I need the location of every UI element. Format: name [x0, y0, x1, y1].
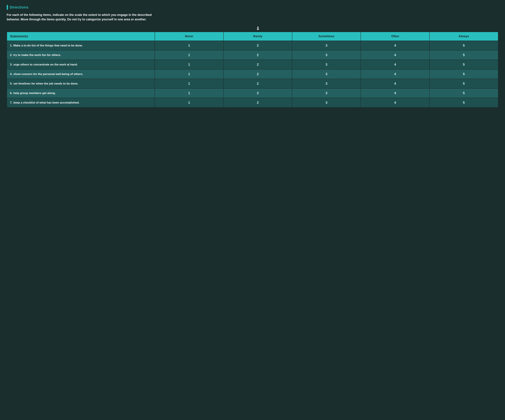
rarely-cell[interactable]: 2	[223, 60, 292, 69]
item-number: 1.	[10, 44, 12, 47]
often-cell[interactable]: 4	[361, 98, 429, 107]
sometimes-cell[interactable]: 3	[292, 60, 361, 69]
header-sometimes: Sometimes	[292, 32, 361, 41]
always-cell[interactable]: 5	[429, 98, 498, 107]
rarely-cell[interactable]: 2	[223, 50, 292, 60]
table-row[interactable]: 6.help group members get along.12345	[7, 88, 498, 98]
often-cell[interactable]: 4	[361, 60, 429, 69]
directions-bar	[7, 5, 8, 10]
never-cell[interactable]: 1	[155, 60, 223, 69]
rarely-cell[interactable]: 2	[223, 79, 292, 88]
header-statements: Statements	[7, 32, 155, 41]
header-never: Never	[155, 32, 223, 41]
never-cell[interactable]: 1	[155, 50, 223, 60]
often-cell[interactable]: 4	[361, 41, 429, 50]
table-row[interactable]: 7.keep a checklist of what has been acco…	[7, 98, 498, 107]
survey-table-container: ⇩ Statements Never Rarely Sometimes Ofte…	[7, 26, 498, 107]
table-row[interactable]: 2.try to make the work fun for others.12…	[7, 50, 498, 60]
always-cell[interactable]: 5	[429, 79, 498, 88]
statement-cell: 5.set timelines for when the job needs t…	[7, 79, 155, 88]
rarely-cell[interactable]: 2	[223, 41, 292, 50]
sometimes-cell[interactable]: 3	[292, 88, 361, 98]
instructions-text: For each of the following items, indicat…	[7, 13, 174, 22]
always-cell[interactable]: 5	[429, 60, 498, 69]
table-row[interactable]: 1.Make a to-do list of the things that n…	[7, 41, 498, 50]
table-body: 1.Make a to-do list of the things that n…	[7, 41, 498, 107]
rarely-cell[interactable]: 2	[223, 98, 292, 107]
table-row[interactable]: 4.show concern for the personal well-bei…	[7, 69, 498, 79]
rarely-arrow: ⇩	[223, 26, 292, 31]
often-cell[interactable]: 4	[361, 69, 429, 79]
never-cell[interactable]: 1	[155, 88, 223, 98]
rarely-cell[interactable]: 2	[223, 69, 292, 79]
statement-cell: 1.Make a to-do list of the things that n…	[7, 41, 155, 50]
survey-table: ⇩ Statements Never Rarely Sometimes Ofte…	[7, 26, 498, 107]
header-always: Always	[429, 32, 498, 41]
item-number: 7.	[10, 101, 12, 104]
directions-header: Directions	[7, 5, 498, 10]
statement-cell: 4.show concern for the personal well-bei…	[7, 69, 155, 79]
sometimes-cell[interactable]: 3	[292, 50, 361, 60]
always-cell[interactable]: 5	[429, 88, 498, 98]
never-cell[interactable]: 1	[155, 69, 223, 79]
directions-title: Directions	[10, 5, 29, 10]
table-header-row: Statements Never Rarely Sometimes Often …	[7, 32, 498, 41]
often-cell[interactable]: 4	[361, 79, 429, 88]
table-row[interactable]: 5.set timelines for when the job needs t…	[7, 79, 498, 88]
arrow-indicator-row: ⇩	[7, 26, 498, 32]
always-cell[interactable]: 5	[429, 69, 498, 79]
often-cell[interactable]: 4	[361, 88, 429, 98]
never-cell[interactable]: 1	[155, 79, 223, 88]
header-often: Often	[361, 32, 429, 41]
item-number: 3.	[10, 63, 12, 66]
sometimes-cell[interactable]: 3	[292, 79, 361, 88]
sometimes-cell[interactable]: 3	[292, 69, 361, 79]
always-cell[interactable]: 5	[429, 41, 498, 50]
item-number: 5.	[10, 82, 12, 85]
sometimes-cell[interactable]: 3	[292, 98, 361, 107]
never-cell[interactable]: 1	[155, 41, 223, 50]
sometimes-cell[interactable]: 3	[292, 41, 361, 50]
header-rarely: Rarely	[223, 32, 292, 41]
item-number: 4.	[10, 72, 12, 76]
never-cell[interactable]: 1	[155, 98, 223, 107]
item-number: 2.	[10, 53, 12, 57]
statement-cell: 3.urge others to concentrate on the work…	[7, 60, 155, 69]
rarely-cell[interactable]: 2	[223, 88, 292, 98]
item-number: 6.	[10, 92, 12, 95]
statement-cell: 6.help group members get along.	[7, 88, 155, 98]
table-row[interactable]: 3.urge others to concentrate on the work…	[7, 60, 498, 69]
often-cell[interactable]: 4	[361, 50, 429, 60]
statement-cell: 7.keep a checklist of what has been acco…	[7, 98, 155, 107]
always-cell[interactable]: 5	[429, 50, 498, 60]
statement-cell: 2.try to make the work fun for others.	[7, 50, 155, 60]
